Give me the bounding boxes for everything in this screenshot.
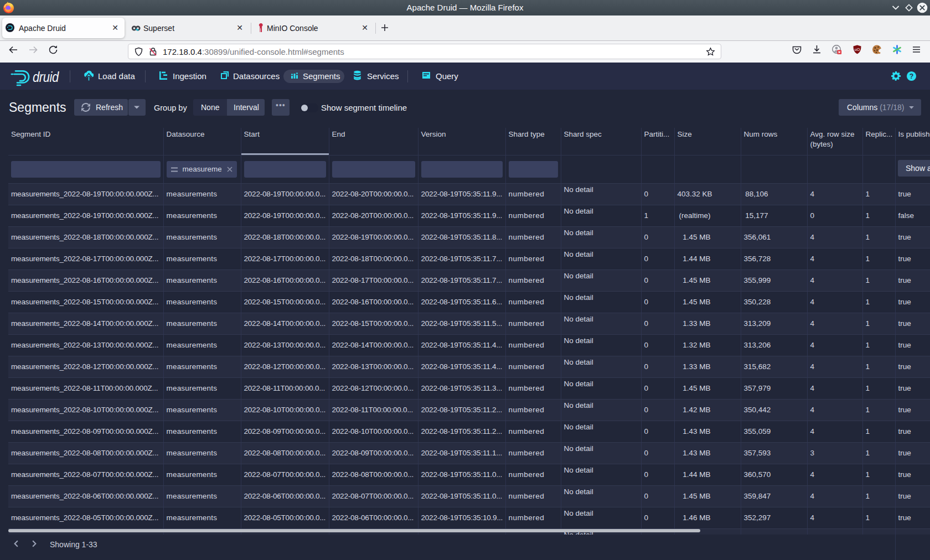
svg-text:uO: uO (855, 48, 860, 51)
svg-text:?: ? (910, 72, 914, 80)
